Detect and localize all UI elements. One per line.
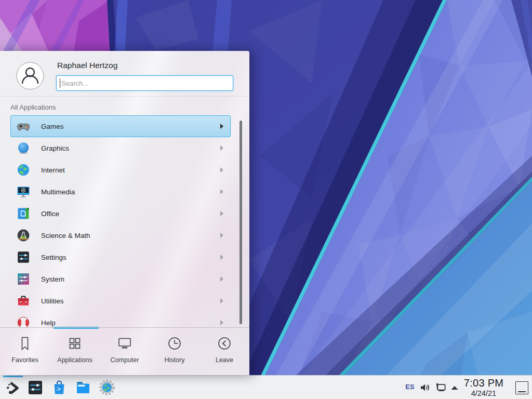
tab-computer[interactable]: Computer bbox=[100, 328, 150, 375]
scrollbar[interactable] bbox=[240, 121, 242, 324]
sliders-icon bbox=[17, 250, 30, 264]
category-label: Utilities bbox=[41, 297, 64, 305]
submenu-arrow-icon bbox=[220, 276, 223, 282]
grid-icon bbox=[66, 335, 83, 352]
category-row-science-math[interactable]: Science & Math bbox=[10, 224, 231, 246]
submenu-arrow-icon bbox=[220, 211, 223, 216]
submenu-arrow-icon bbox=[220, 255, 223, 260]
digital-clock[interactable]: 7:03 PM 4/24/21 bbox=[459, 377, 508, 398]
category-label: Settings bbox=[41, 254, 66, 261]
expand-tray-caret-icon[interactable] bbox=[450, 385, 459, 390]
life-ring-icon bbox=[17, 316, 30, 327]
globe-icon bbox=[17, 163, 30, 177]
category-row-internet[interactable]: Internet bbox=[10, 159, 231, 181]
category-row-system[interactable]: System bbox=[10, 268, 231, 290]
category-row-games[interactable]: Games bbox=[10, 115, 231, 137]
category-label: Multimedia bbox=[41, 188, 75, 196]
category-row-help[interactable]: Help bbox=[10, 312, 231, 327]
search-field-wrap bbox=[56, 75, 233, 91]
submenu-arrow-icon bbox=[220, 233, 223, 238]
launcher-tab-bar: Favorites Applications Computer bbox=[0, 327, 249, 375]
computer-icon bbox=[116, 335, 133, 352]
submenu-arrow-icon bbox=[220, 124, 223, 129]
network-icon[interactable] bbox=[434, 381, 447, 394]
submenu-arrow-icon bbox=[220, 167, 223, 172]
launcher-header: Raphael Hertzog bbox=[0, 51, 249, 97]
tab-label: Leave bbox=[216, 356, 233, 364]
tab-label: Applications bbox=[57, 356, 92, 364]
gamepad-icon bbox=[17, 119, 30, 133]
clock-time: 7:03 PM bbox=[459, 377, 508, 389]
web-browser-icon[interactable] bbox=[99, 379, 115, 396]
section-label: All Applications bbox=[10, 103, 56, 111]
tab-label: Favorites bbox=[11, 356, 38, 364]
file-manager-icon[interactable] bbox=[75, 379, 91, 396]
submenu-arrow-icon bbox=[220, 189, 223, 194]
category-label: Help bbox=[41, 319, 56, 327]
category-label: Games bbox=[41, 123, 64, 130]
discover-store-icon[interactable] bbox=[51, 379, 68, 396]
category-label: System bbox=[41, 275, 64, 283]
keyboard-layout-indicator[interactable]: ES bbox=[403, 383, 417, 391]
document-icon bbox=[17, 207, 30, 220]
tab-applications[interactable]: Applications bbox=[50, 328, 100, 375]
user-avatar-icon[interactable] bbox=[16, 62, 44, 90]
category-row-office[interactable]: Office bbox=[10, 203, 231, 224]
show-desktop-button[interactable] bbox=[515, 381, 528, 394]
category-label: Office bbox=[41, 210, 59, 218]
tab-label: Computer bbox=[111, 356, 139, 364]
clock-date: 4/24/21 bbox=[459, 389, 508, 398]
tab-label: History bbox=[165, 356, 185, 364]
category-row-settings[interactable]: Settings bbox=[10, 246, 231, 268]
system-sliders-icon bbox=[17, 272, 30, 286]
category-row-multimedia[interactable]: Multimedia bbox=[10, 181, 231, 203]
tab-favorites[interactable]: Favorites bbox=[0, 328, 50, 375]
submenu-arrow-icon bbox=[220, 298, 223, 303]
submenu-arrow-icon bbox=[220, 320, 223, 325]
category-label: Graphics bbox=[41, 144, 69, 152]
clock-icon bbox=[166, 335, 183, 352]
tab-history[interactable]: History bbox=[150, 328, 200, 375]
tab-leave[interactable]: Leave bbox=[200, 328, 249, 375]
kde-launcher-icon bbox=[5, 380, 21, 396]
category-label: Science & Math bbox=[41, 232, 90, 240]
category-row-utilities[interactable]: Utilities bbox=[10, 290, 231, 312]
category-list: Games Graphics bbox=[0, 115, 249, 327]
desktop: Raphael Hertzog All Applications Games bbox=[0, 0, 532, 399]
category-label: Internet bbox=[41, 166, 65, 174]
system-settings-icon[interactable] bbox=[27, 379, 44, 396]
leave-icon bbox=[216, 335, 233, 352]
submenu-arrow-icon bbox=[220, 145, 223, 151]
sphere-icon bbox=[17, 141, 30, 155]
toolbox-icon bbox=[17, 294, 30, 308]
app-launcher-button[interactable] bbox=[2, 376, 24, 399]
monitor-play-icon bbox=[17, 185, 30, 198]
volume-icon[interactable] bbox=[419, 381, 431, 394]
text-cursor bbox=[60, 78, 60, 88]
flask-icon bbox=[17, 229, 30, 242]
search-input[interactable] bbox=[56, 75, 233, 91]
kickoff-launcher-menu: Raphael Hertzog All Applications Games bbox=[0, 51, 249, 375]
active-task-indicator bbox=[3, 376, 23, 377]
bookmark-icon bbox=[17, 335, 33, 352]
category-row-graphics[interactable]: Graphics bbox=[10, 137, 231, 159]
user-name: Raphael Hertzog bbox=[57, 61, 117, 70]
taskbar-panel: ES 7:03 PM 4/24/21 bbox=[0, 375, 532, 399]
